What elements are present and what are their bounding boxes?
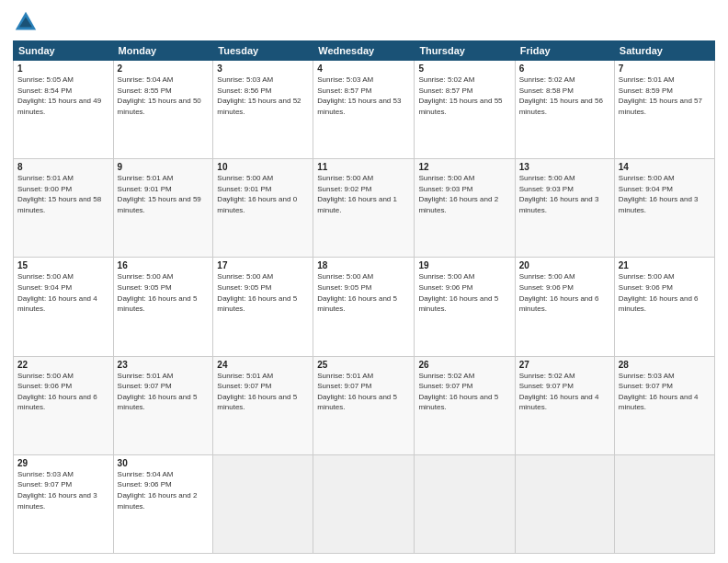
calendar-cell: 20Sunrise: 5:00 AMSunset: 9:06 PMDayligh… xyxy=(515,258,614,356)
calendar-cell: 8Sunrise: 5:01 AMSunset: 9:00 PMDaylight… xyxy=(14,159,114,258)
day-info: Sunrise: 5:03 AMSunset: 8:57 PMDaylight:… xyxy=(317,75,410,117)
day-number: 25 xyxy=(317,360,410,370)
header-cell-sunday: Sunday xyxy=(14,41,114,61)
day-info: Sunrise: 5:00 AMSunset: 9:06 PMDaylight:… xyxy=(17,371,109,413)
day-number: 17 xyxy=(217,260,309,270)
day-info: Sunrise: 5:02 AMSunset: 8:58 PMDaylight:… xyxy=(519,75,610,117)
day-info: Sunrise: 5:00 AMSunset: 9:05 PMDaylight:… xyxy=(118,271,210,314)
day-info: Sunrise: 5:00 AMSunset: 9:03 PMDaylight:… xyxy=(519,173,610,215)
calendar-cell xyxy=(614,454,714,553)
calendar-cell: 24Sunrise: 5:01 AMSunset: 9:07 PMDayligh… xyxy=(213,356,313,454)
day-number: 22 xyxy=(17,360,109,370)
day-number: 23 xyxy=(118,360,210,370)
day-info: Sunrise: 5:01 AMSunset: 9:01 PMDaylight:… xyxy=(118,173,210,215)
header-cell-thursday: Thursday xyxy=(415,41,515,61)
day-number: 15 xyxy=(17,260,109,270)
page: SundayMondayTuesdayWednesdayThursdayFrid… xyxy=(0,0,728,563)
week-row-4: 29Sunrise: 5:03 AMSunset: 9:07 PMDayligh… xyxy=(14,454,715,553)
day-info: Sunrise: 5:00 AMSunset: 9:04 PMDaylight:… xyxy=(17,271,109,314)
day-number: 27 xyxy=(519,360,610,370)
day-number: 13 xyxy=(519,162,610,172)
day-info: Sunrise: 5:01 AMSunset: 9:07 PMDaylight:… xyxy=(317,371,410,413)
header-cell-monday: Monday xyxy=(113,41,213,61)
day-number: 24 xyxy=(217,360,309,370)
calendar-header: SundayMondayTuesdayWednesdayThursdayFrid… xyxy=(14,41,715,61)
header xyxy=(13,9,715,35)
week-row-1: 8Sunrise: 5:01 AMSunset: 9:00 PMDaylight… xyxy=(14,159,715,258)
day-info: Sunrise: 5:02 AMSunset: 8:57 PMDaylight:… xyxy=(418,75,510,117)
day-number: 9 xyxy=(118,162,210,172)
day-number: 11 xyxy=(317,162,410,172)
calendar-cell: 23Sunrise: 5:01 AMSunset: 9:07 PMDayligh… xyxy=(113,356,213,454)
week-row-3: 22Sunrise: 5:00 AMSunset: 9:06 PMDayligh… xyxy=(14,356,715,454)
calendar-cell: 15Sunrise: 5:00 AMSunset: 9:04 PMDayligh… xyxy=(14,258,114,356)
calendar-cell: 22Sunrise: 5:00 AMSunset: 9:06 PMDayligh… xyxy=(14,356,114,454)
day-info: Sunrise: 5:00 AMSunset: 9:06 PMDaylight:… xyxy=(619,271,711,314)
day-number: 8 xyxy=(17,162,109,172)
calendar-cell: 14Sunrise: 5:00 AMSunset: 9:04 PMDayligh… xyxy=(614,159,714,258)
day-info: Sunrise: 5:03 AMSunset: 8:56 PMDaylight:… xyxy=(217,75,309,117)
day-number: 3 xyxy=(217,63,309,74)
day-number: 29 xyxy=(17,458,109,468)
header-cell-tuesday: Tuesday xyxy=(213,41,313,61)
day-number: 19 xyxy=(418,260,510,270)
calendar-cell: 29Sunrise: 5:03 AMSunset: 9:07 PMDayligh… xyxy=(14,454,114,553)
calendar-cell: 16Sunrise: 5:00 AMSunset: 9:05 PMDayligh… xyxy=(113,258,213,356)
header-row: SundayMondayTuesdayWednesdayThursdayFrid… xyxy=(14,41,715,61)
day-number: 26 xyxy=(418,360,510,370)
day-number: 18 xyxy=(317,260,410,270)
day-info: Sunrise: 5:00 AMSunset: 9:03 PMDaylight:… xyxy=(418,173,510,215)
day-info: Sunrise: 5:01 AMSunset: 9:07 PMDaylight:… xyxy=(217,371,309,413)
calendar-cell: 10Sunrise: 5:00 AMSunset: 9:01 PMDayligh… xyxy=(213,159,313,258)
calendar-cell xyxy=(415,454,515,553)
calendar-cell: 6Sunrise: 5:02 AMSunset: 8:58 PMDaylight… xyxy=(515,61,614,159)
day-info: Sunrise: 5:01 AMSunset: 9:00 PMDaylight:… xyxy=(17,173,109,215)
header-cell-friday: Friday xyxy=(515,41,614,61)
calendar-cell xyxy=(515,454,614,553)
calendar-cell: 28Sunrise: 5:03 AMSunset: 9:07 PMDayligh… xyxy=(614,356,714,454)
day-number: 20 xyxy=(519,260,610,270)
calendar-cell: 3Sunrise: 5:03 AMSunset: 8:56 PMDaylight… xyxy=(213,61,313,159)
day-number: 21 xyxy=(619,260,711,270)
day-number: 2 xyxy=(118,63,210,74)
calendar-cell: 7Sunrise: 5:01 AMSunset: 8:59 PMDaylight… xyxy=(614,61,714,159)
calendar-cell: 4Sunrise: 5:03 AMSunset: 8:57 PMDaylight… xyxy=(313,61,415,159)
week-row-0: 1Sunrise: 5:05 AMSunset: 8:54 PMDaylight… xyxy=(14,61,715,159)
day-info: Sunrise: 5:00 AMSunset: 9:01 PMDaylight:… xyxy=(217,173,309,215)
day-number: 1 xyxy=(17,63,109,74)
day-info: Sunrise: 5:00 AMSunset: 9:05 PMDaylight:… xyxy=(217,271,309,314)
day-number: 6 xyxy=(519,63,610,74)
header-cell-wednesday: Wednesday xyxy=(313,41,415,61)
logo-icon xyxy=(13,9,39,35)
day-info: Sunrise: 5:00 AMSunset: 9:06 PMDaylight:… xyxy=(418,271,510,314)
day-info: Sunrise: 5:02 AMSunset: 9:07 PMDaylight:… xyxy=(519,371,610,413)
day-info: Sunrise: 5:02 AMSunset: 9:07 PMDaylight:… xyxy=(418,371,510,413)
day-number: 14 xyxy=(619,162,711,172)
calendar-cell xyxy=(213,454,313,553)
day-number: 12 xyxy=(418,162,510,172)
calendar-body: 1Sunrise: 5:05 AMSunset: 8:54 PMDaylight… xyxy=(14,61,715,554)
calendar-cell: 25Sunrise: 5:01 AMSunset: 9:07 PMDayligh… xyxy=(313,356,415,454)
day-info: Sunrise: 5:00 AMSunset: 9:05 PMDaylight:… xyxy=(317,271,410,314)
day-number: 28 xyxy=(619,360,711,370)
calendar-cell: 11Sunrise: 5:00 AMSunset: 9:02 PMDayligh… xyxy=(313,159,415,258)
calendar-cell: 1Sunrise: 5:05 AMSunset: 8:54 PMDaylight… xyxy=(14,61,114,159)
day-number: 5 xyxy=(418,63,510,74)
day-number: 7 xyxy=(619,63,711,74)
calendar-cell: 17Sunrise: 5:00 AMSunset: 9:05 PMDayligh… xyxy=(213,258,313,356)
day-number: 10 xyxy=(217,162,309,172)
day-info: Sunrise: 5:03 AMSunset: 9:07 PMDaylight:… xyxy=(619,371,711,413)
day-info: Sunrise: 5:00 AMSunset: 9:04 PMDaylight:… xyxy=(619,173,711,215)
calendar-cell: 18Sunrise: 5:00 AMSunset: 9:05 PMDayligh… xyxy=(313,258,415,356)
calendar-cell: 30Sunrise: 5:04 AMSunset: 9:06 PMDayligh… xyxy=(113,454,213,553)
calendar-table: SundayMondayTuesdayWednesdayThursdayFrid… xyxy=(13,40,715,554)
calendar-cell: 26Sunrise: 5:02 AMSunset: 9:07 PMDayligh… xyxy=(415,356,515,454)
week-row-2: 15Sunrise: 5:00 AMSunset: 9:04 PMDayligh… xyxy=(14,258,715,356)
calendar-cell: 9Sunrise: 5:01 AMSunset: 9:01 PMDaylight… xyxy=(113,159,213,258)
calendar-cell: 21Sunrise: 5:00 AMSunset: 9:06 PMDayligh… xyxy=(614,258,714,356)
calendar-cell: 5Sunrise: 5:02 AMSunset: 8:57 PMDaylight… xyxy=(415,61,515,159)
calendar-cell xyxy=(313,454,415,553)
calendar-cell: 2Sunrise: 5:04 AMSunset: 8:55 PMDaylight… xyxy=(113,61,213,159)
logo xyxy=(13,9,42,35)
calendar-cell: 12Sunrise: 5:00 AMSunset: 9:03 PMDayligh… xyxy=(415,159,515,258)
